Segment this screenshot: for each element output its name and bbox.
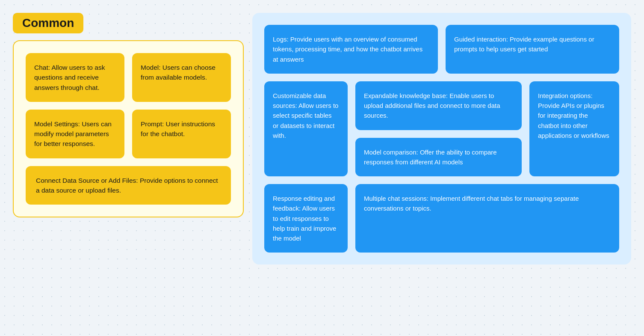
- left-panel: Common Chat: Allow users to ask question…: [13, 13, 244, 217]
- card-guided-interaction[interactable]: Guided interaction: Provide example ques…: [446, 25, 619, 74]
- card-customizable-data[interactable]: Customizable data sources: Allow users t…: [264, 81, 348, 176]
- card-model-comparison[interactable]: Model comparison: Offer the ability to c…: [355, 138, 522, 177]
- card-model-settings[interactable]: Model Settings: Users can modify model p…: [26, 110, 124, 158]
- card-response-editing[interactable]: Response editing and feedback: Allow use…: [264, 184, 348, 253]
- blue-row-1: Logs: Provide users with an overview of …: [264, 25, 619, 74]
- card-expandable-knowledge[interactable]: Expandable knowledge base: Enable users …: [355, 81, 522, 130]
- yellow-grid-middle: Model Settings: Users can modify model p…: [26, 110, 231, 158]
- card-prompt[interactable]: Prompt: User instructions for the chatbo…: [132, 110, 231, 158]
- blue-row-3: Response editing and feedback: Allow use…: [264, 184, 619, 253]
- right-panel: Logs: Provide users with an overview of …: [252, 13, 631, 265]
- card-integration-options[interactable]: Integration options: Provide APIs or plu…: [529, 81, 619, 176]
- card-chat[interactable]: Chat: Allow users to ask questions and r…: [26, 53, 124, 102]
- page-container: Common Chat: Allow users to ask question…: [13, 13, 631, 265]
- card-logs[interactable]: Logs: Provide users with an overview of …: [264, 25, 438, 74]
- left-panel-inner: Chat: Allow users to ask questions and r…: [13, 40, 244, 217]
- card-connect-data[interactable]: Connect Data Source or Add Files: Provid…: [26, 166, 231, 205]
- card-model[interactable]: Model: Users can choose from available m…: [132, 53, 231, 102]
- blue-col-middle: Expandable knowledge base: Enable users …: [355, 81, 522, 176]
- yellow-grid-top: Chat: Allow users to ask questions and r…: [26, 53, 231, 102]
- blue-row-2: Customizable data sources: Allow users t…: [264, 81, 619, 176]
- common-label: Common: [13, 13, 83, 33]
- card-multiple-chat[interactable]: Multiple chat sessions: Implement differ…: [355, 184, 619, 253]
